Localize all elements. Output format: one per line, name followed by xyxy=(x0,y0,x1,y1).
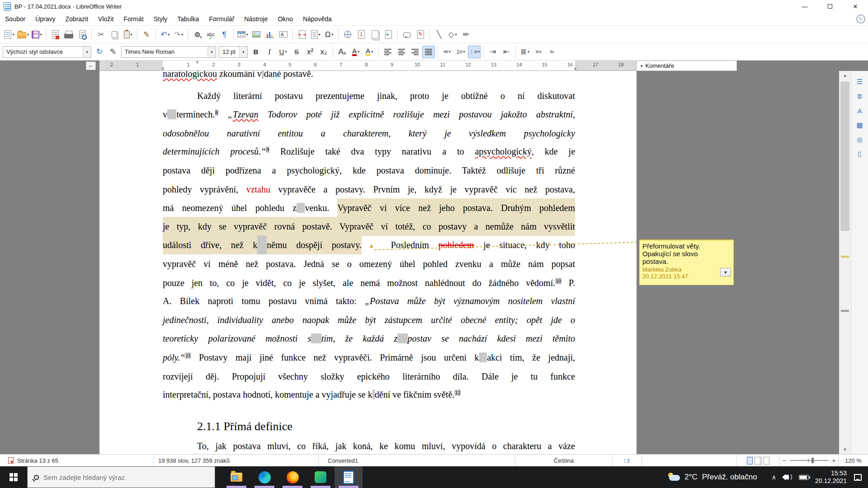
first-line-indent-marker[interactable]: ▼ xyxy=(195,60,199,65)
chevron-down-icon[interactable]: ▾ xyxy=(285,50,287,54)
zoom-level[interactable]: 120 % xyxy=(845,457,862,464)
export-pdf-button[interactable] xyxy=(49,28,61,41)
insert-endnote-button[interactable] xyxy=(368,28,381,41)
scroll-up-icon[interactable]: ▲ xyxy=(839,71,851,80)
paste-button[interactable]: ▾ xyxy=(122,28,134,41)
menu-upravy[interactable]: Úpravy xyxy=(30,13,60,26)
page-deck-icon[interactable]: ▯ xyxy=(854,148,866,160)
insert-line-button[interactable]: ╲ xyxy=(433,28,445,41)
horizontal-ruler[interactable]: ▲ ▼ ▲ 21123456789101112131415161718 xyxy=(99,61,637,71)
taskbar-firefox-button[interactable] xyxy=(278,466,307,488)
open-button[interactable]: ▾ xyxy=(17,28,29,41)
formatting-marks-button[interactable]: ¶ xyxy=(218,28,231,41)
align-left-button[interactable] xyxy=(382,46,394,58)
chevron-down-icon[interactable]: ▾ xyxy=(246,33,248,37)
chevron-down-icon[interactable]: ▾ xyxy=(528,50,529,54)
taskbar-edge-button[interactable] xyxy=(250,466,278,488)
align-center-button[interactable] xyxy=(395,46,408,58)
chevron-down-icon[interactable]: ▾ xyxy=(358,50,359,54)
zoom-slider-track[interactable] xyxy=(790,460,829,461)
zoom-in-icon[interactable]: + xyxy=(832,457,836,464)
menu-formular[interactable]: Formulář xyxy=(204,13,239,26)
print-button[interactable] xyxy=(62,28,75,41)
vertical-scrollbar[interactable]: ▲ ▼ xyxy=(839,71,851,454)
properties-deck-icon[interactable]: ≣ xyxy=(854,90,866,102)
insert-chart-button[interactable] xyxy=(264,28,276,41)
superscript-button[interactable]: x² xyxy=(304,46,316,58)
copy-button[interactable] xyxy=(108,28,121,41)
print-preview-button[interactable] xyxy=(76,28,89,41)
font-size-select[interactable]: 12 pt▾ xyxy=(219,46,248,58)
menu-vlozit[interactable]: Vložit xyxy=(93,13,118,26)
hidden-icons-chevron[interactable]: ∧ xyxy=(772,474,776,481)
chevron-down-icon[interactable]: ▾ xyxy=(131,33,132,37)
navigator-deck-icon[interactable]: ◎ xyxy=(854,134,866,145)
search-input[interactable] xyxy=(43,474,193,481)
strikethrough-button[interactable]: S xyxy=(290,46,303,58)
chevron-down-icon[interactable]: ▾ xyxy=(449,50,451,54)
numbered-list-button[interactable]: 1≡▾ xyxy=(454,46,467,58)
menu-soubor[interactable]: Soubor xyxy=(0,13,30,26)
taskbar-file-explorer-button[interactable] xyxy=(222,466,250,488)
menu-tabulka[interactable]: Tabulka xyxy=(172,13,204,26)
line-spacing-button[interactable]: ≣▾ xyxy=(519,46,531,58)
maximize-button[interactable] xyxy=(817,0,843,13)
language-status[interactable]: Čeština xyxy=(554,457,574,464)
right-indent-marker[interactable]: ▲ xyxy=(573,66,577,70)
menu-zobrazit[interactable]: Zobrazit xyxy=(61,13,94,26)
book-view-icon[interactable] xyxy=(764,457,769,465)
minimize-button[interactable]: — xyxy=(792,0,817,13)
decrease-indent-button[interactable]: ⇤ xyxy=(500,46,513,58)
unsaved-changes-icon[interactable] xyxy=(8,457,14,464)
subscript-button[interactable]: x₂ xyxy=(317,46,330,58)
outline-list-button[interactable]: ⋮≡▾ xyxy=(468,46,481,58)
scrollbar-thumb[interactable] xyxy=(840,82,849,231)
highlight-color-button[interactable]: A▾ xyxy=(363,46,376,58)
undo-button[interactable]: ↶▾ xyxy=(159,28,171,41)
bullet-list-button[interactable]: •≡▾ xyxy=(441,46,453,58)
clear-formatting-button[interactable]: Aₓ xyxy=(336,46,349,58)
menu-format[interactable]: Formát xyxy=(118,13,148,26)
align-justify-button[interactable] xyxy=(422,46,435,58)
show-draw-functions-button[interactable]: ✏ xyxy=(460,28,472,41)
action-center-icon[interactable] xyxy=(854,474,862,481)
comment-menu-button[interactable]: ▼ xyxy=(720,268,731,277)
decrease-paragraph-spacing-button[interactable]: ≡- xyxy=(546,46,558,58)
align-right-button[interactable] xyxy=(409,46,421,58)
update-available-icon[interactable]: ↻ xyxy=(856,14,865,23)
underline-button[interactable]: U▾ xyxy=(277,46,289,58)
insert-textbox-button[interactable]: A xyxy=(277,28,290,41)
taskbar-writer-button[interactable] xyxy=(335,466,363,488)
taskbar-search[interactable] xyxy=(27,466,215,488)
taskbar-weather[interactable]: 2°C Převáž. oblačno xyxy=(667,473,757,482)
save-button[interactable]: ▾ xyxy=(30,28,43,41)
menu-styly[interactable]: Styly xyxy=(149,13,172,26)
insert-footnote-button[interactable] xyxy=(355,28,368,41)
comment-box[interactable]: Přeformulovat věty.Opakující se slovopos… xyxy=(639,239,734,285)
new-document-button[interactable]: ▾ xyxy=(3,28,16,41)
font-name-select[interactable]: Times New Roman▾ xyxy=(121,46,216,58)
chevron-down-icon[interactable]: ▾ xyxy=(371,50,373,54)
taskbar-clock[interactable]: 15:53 20.12.2021 xyxy=(815,469,847,485)
comments-header[interactable]: ▾ Komentáře xyxy=(637,61,737,71)
multi-page-view-icon[interactable] xyxy=(755,457,760,465)
chevron-down-icon[interactable]: ▾ xyxy=(319,33,321,37)
paragraph-style-select[interactable]: Výchozí styl odstavce▾ xyxy=(3,46,91,58)
scroll-down-icon[interactable]: ▼ xyxy=(839,445,851,454)
close-button[interactable]: ✕ xyxy=(843,0,868,13)
chevron-down-icon[interactable]: ▾ xyxy=(40,33,42,37)
styles-deck-icon[interactable]: A xyxy=(854,105,866,117)
basic-shapes-button[interactable]: ◇▾ xyxy=(446,28,459,41)
chevron-down-icon[interactable]: ▾ xyxy=(12,33,14,37)
insert-bookmark-button[interactable] xyxy=(382,28,395,41)
insert-hyperlink-button[interactable] xyxy=(341,28,354,41)
chevron-down-icon[interactable]: ▾ xyxy=(208,47,216,57)
menu-napoveda[interactable]: Nápověda xyxy=(298,13,337,26)
battery-icon[interactable] xyxy=(799,475,809,480)
redo-button[interactable]: ↷▾ xyxy=(172,28,185,41)
update-style-button[interactable]: ↻ xyxy=(93,46,106,58)
chevron-down-icon[interactable]: ▾ xyxy=(168,33,170,37)
word-count-status[interactable]: 19 938 slov, 127 359 znaků xyxy=(158,457,230,464)
gallery-deck-icon[interactable]: ▦ xyxy=(854,119,866,131)
menu-nastroje[interactable]: Nástroje xyxy=(239,13,273,26)
